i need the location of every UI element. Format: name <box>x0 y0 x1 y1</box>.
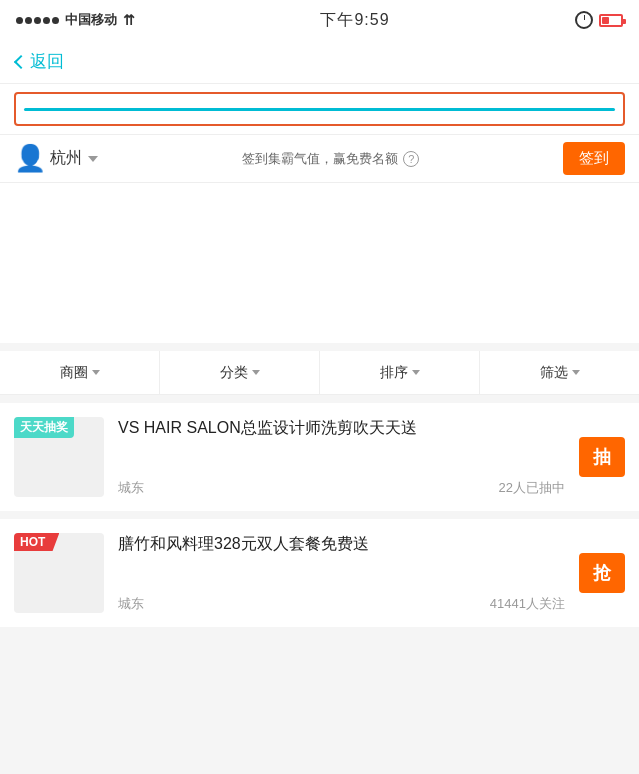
filter-label-shaixuan: 筛选 <box>540 364 568 382</box>
filter-arrow-paixu <box>412 370 420 375</box>
item-meta-0: 城东 22人已抽中 <box>118 479 565 497</box>
item-action-button-1[interactable]: 抢 <box>579 553 625 593</box>
item-badge-1: HOT <box>14 533 59 551</box>
item-content-1: 膳竹和风料理328元双人套餐免费送 城东 41441人关注 <box>118 533 565 613</box>
item-content-0: VS HAIR SALON总监设计师洗剪吹天天送 城东 22人已抽中 <box>118 417 565 497</box>
item-action-button-0[interactable]: 抽 <box>579 437 625 477</box>
list-item[interactable]: HOT 膳竹和风料理328元双人套餐免费送 城东 41441人关注 抢 <box>0 519 639 627</box>
search-bar[interactable] <box>0 84 639 135</box>
filter-label-paixu: 排序 <box>380 364 408 382</box>
filter-item-shaixuan[interactable]: 筛选 <box>480 351 639 394</box>
filter-arrow-shaixuan <box>572 370 580 375</box>
item-stat-0: 22人已抽中 <box>499 479 565 497</box>
search-input-line <box>24 108 615 111</box>
filter-bar: 商圈 分类 排序 筛选 <box>0 351 639 395</box>
chevron-left-icon <box>14 54 28 68</box>
filter-item-fenlei[interactable]: 分类 <box>160 351 320 394</box>
filter-label-fenlei: 分类 <box>220 364 248 382</box>
nav-bar: 返回 <box>0 40 639 84</box>
banner-area <box>0 183 639 343</box>
item-title-1: 膳竹和风料理328元双人套餐免费送 <box>118 533 565 555</box>
status-right <box>575 11 623 29</box>
filter-label-shangquan: 商圈 <box>60 364 88 382</box>
search-input-wrapper[interactable] <box>14 92 625 126</box>
back-button[interactable]: 返回 <box>16 50 64 73</box>
item-title-0: VS HAIR SALON总监设计师洗剪吹天天送 <box>118 417 565 439</box>
back-label: 返回 <box>30 50 64 73</box>
city-label: 杭州 <box>50 148 82 169</box>
signal-dots <box>16 17 59 24</box>
battery-icon <box>599 14 623 27</box>
item-stat-1: 41441人关注 <box>490 595 565 613</box>
filter-arrow-fenlei <box>252 370 260 375</box>
carrier-text: 中国移动 <box>65 11 117 29</box>
filter-item-shangquan[interactable]: 商圈 <box>0 351 160 394</box>
filter-arrow-shangquan <box>92 370 100 375</box>
wifi-icon: ⇈ <box>123 12 135 28</box>
location-name[interactable]: 杭州 <box>50 148 98 169</box>
item-location-1: 城东 <box>118 595 144 613</box>
filter-item-paixu[interactable]: 排序 <box>320 351 480 394</box>
item-thumbnail-0: 天天抽奖 <box>14 417 104 497</box>
question-icon[interactable]: ? <box>403 151 419 167</box>
list-item[interactable]: 天天抽奖 VS HAIR SALON总监设计师洗剪吹天天送 城东 22人已抽中 … <box>0 403 639 511</box>
item-location-0: 城东 <box>118 479 144 497</box>
checkin-button[interactable]: 签到 <box>563 142 625 175</box>
checkin-text-label: 签到集霸气值，赢免费名额 <box>242 151 398 166</box>
item-meta-1: 城东 41441人关注 <box>118 595 565 613</box>
item-thumbnail-1: HOT <box>14 533 104 613</box>
item-badge-0: 天天抽奖 <box>14 417 74 438</box>
status-bar: 中国移动 ⇈ 下午9:59 <box>0 0 639 40</box>
checkin-text: 签到集霸气值，赢免费名额 ? <box>98 150 563 168</box>
list-container: 天天抽奖 VS HAIR SALON总监设计师洗剪吹天天送 城东 22人已抽中 … <box>0 403 639 627</box>
city-dropdown-icon <box>88 156 98 162</box>
status-time: 下午9:59 <box>320 10 389 31</box>
status-left: 中国移动 ⇈ <box>16 11 135 29</box>
location-bar: 👤 杭州 签到集霸气值，赢免费名额 ? 签到 <box>0 135 639 183</box>
location-logo: 👤 <box>14 143 46 174</box>
clock-icon <box>575 11 593 29</box>
